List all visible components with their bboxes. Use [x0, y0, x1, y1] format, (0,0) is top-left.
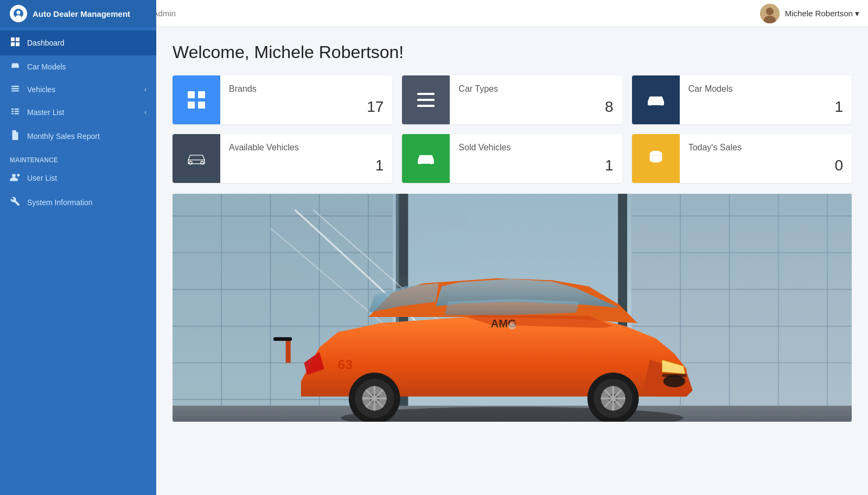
todays-sales-value: 0 [688, 157, 843, 174]
svg-rect-31 [650, 98, 661, 101]
svg-rect-7 [16, 37, 20, 41]
svg-point-22 [12, 174, 16, 177]
available-vehicles-icon-box [173, 134, 220, 183]
car-models-info: Car Models 1 [680, 78, 852, 122]
svg-rect-13 [11, 109, 14, 110]
stat-card-brands[interactable]: Brands 17 [173, 75, 392, 124]
sidebar-item-label: Vehicles [27, 85, 138, 94]
sidebar-brand: Auto Dealer Management [0, 0, 156, 27]
sidebar-item-system-info[interactable]: System Information [0, 190, 156, 215]
svg-rect-25 [198, 91, 205, 98]
brand-icon [10, 5, 27, 22]
sidebar-item-monthly-sales[interactable]: Monthly Sales Report [0, 124, 156, 149]
sold-vehicles-icon-box [402, 134, 450, 183]
chevron-icon: ‹ [144, 86, 146, 93]
sidebar: Auto Dealer Management Dashboard Car M [0, 0, 156, 495]
sidebar-item-label: User List [27, 174, 146, 182]
sidebar-item-label: Monthly Sales Report [27, 132, 146, 141]
sidebar-item-label: System Information [27, 198, 146, 207]
svg-rect-21 [13, 137, 16, 138]
sidebar-item-label: Dashboard [27, 39, 146, 47]
maintenance-section-label: Maintenance [0, 149, 156, 166]
sidebar-item-car-models[interactable]: Car Models [0, 55, 156, 78]
report-icon [10, 130, 21, 142]
sidebar-item-dashboard[interactable]: Dashboard [0, 30, 156, 55]
svg-rect-8 [11, 42, 15, 46]
sidebar-item-label: Master List [27, 108, 138, 117]
avatar [760, 4, 780, 23]
sidebar-item-vehicles[interactable]: Vehicles ‹ [0, 78, 156, 101]
available-vehicles-value: 1 [229, 157, 384, 174]
sold-vehicles-value: 1 [458, 157, 613, 174]
available-vehicles-info: Available Vehicles 1 [220, 136, 392, 181]
brands-info: Brands 17 [220, 78, 392, 122]
svg-point-33 [649, 151, 662, 156]
sidebar-item-label: Car Models [27, 62, 146, 71]
svg-rect-15 [11, 111, 14, 112]
main-content: Welcome, Michele Robertson! Brands 17 [156, 27, 868, 495]
todays-sales-icon-box [632, 134, 680, 183]
stat-card-car-models[interactable]: Car Models 1 [632, 75, 852, 124]
sidebar-item-user-list[interactable]: User List [0, 166, 156, 190]
welcome-title: Welcome, Michele Robertson! [173, 42, 852, 62]
svg-rect-11 [11, 88, 19, 89]
chevron-icon: ‹ [144, 109, 146, 116]
stat-card-todays-sales[interactable]: Today's Sales 0 [632, 134, 852, 183]
svg-rect-19 [13, 134, 17, 135]
car-models-icon-box [632, 75, 680, 124]
svg-rect-86 [286, 338, 291, 363]
svg-rect-17 [11, 113, 14, 115]
stat-card-sold-vehicles[interactable]: Sold Vehicles 1 [402, 134, 622, 183]
brands-value: 17 [229, 98, 384, 116]
svg-rect-29 [417, 99, 435, 101]
brand-name: Auto Dealer Management [33, 9, 130, 18]
brands-icon-box [173, 75, 220, 124]
svg-rect-14 [15, 109, 19, 110]
svg-point-4 [17, 11, 21, 15]
master-list-icon [10, 107, 21, 117]
svg-rect-24 [188, 91, 195, 98]
svg-rect-32 [421, 156, 431, 160]
svg-rect-20 [13, 136, 17, 136]
vehicles-icon [10, 85, 21, 94]
svg-point-1 [766, 8, 774, 15]
svg-rect-6 [11, 37, 15, 41]
car-types-label: Car Types [458, 84, 613, 94]
car-models-label: Car Models [688, 84, 843, 94]
svg-rect-12 [11, 91, 19, 92]
svg-point-23 [17, 174, 20, 176]
dashboard-icon [10, 37, 21, 49]
svg-rect-26 [188, 101, 195, 109]
svg-rect-9 [16, 42, 20, 46]
sold-vehicles-info: Sold Vehicles 1 [450, 136, 622, 181]
stat-card-car-types[interactable]: Car Types 8 [402, 75, 622, 124]
todays-sales-label: Today's Sales [688, 143, 843, 153]
svg-point-88 [508, 322, 516, 330]
hero-image: AMG 63 [173, 194, 852, 422]
sidebar-item-master-list[interactable]: Master List ‹ [0, 101, 156, 124]
todays-sales-info: Today's Sales 0 [680, 136, 852, 181]
car-types-value: 8 [458, 98, 613, 116]
user-name[interactable]: Michele Robertson ▾ [785, 9, 859, 18]
car-types-info: Car Types 8 [450, 78, 622, 122]
svg-text:63: 63 [338, 357, 353, 372]
svg-rect-87 [273, 337, 292, 341]
car-models-icon [10, 62, 21, 72]
svg-rect-10 [11, 86, 19, 87]
svg-rect-27 [198, 101, 205, 109]
background-scene: AMG 63 [173, 194, 852, 422]
svg-point-5 [16, 15, 22, 20]
stat-card-available-vehicles[interactable]: Available Vehicles 1 [173, 134, 392, 183]
navbar-right: Michele Robertson ▾ [760, 4, 859, 23]
svg-rect-28 [417, 93, 435, 95]
sidebar-navigation: Dashboard Car Models Vehicles ‹ [0, 27, 156, 495]
car-models-value: 1 [688, 98, 843, 116]
svg-rect-18 [15, 113, 19, 115]
brands-label: Brands [229, 84, 384, 94]
svg-rect-69 [662, 374, 686, 377]
available-vehicles-label: Available Vehicles [229, 143, 384, 153]
svg-rect-16 [15, 111, 19, 112]
stats-grid: Brands 17 Car Types 8 [173, 75, 852, 183]
car-types-icon-box [402, 75, 450, 124]
sold-vehicles-label: Sold Vehicles [458, 143, 613, 153]
